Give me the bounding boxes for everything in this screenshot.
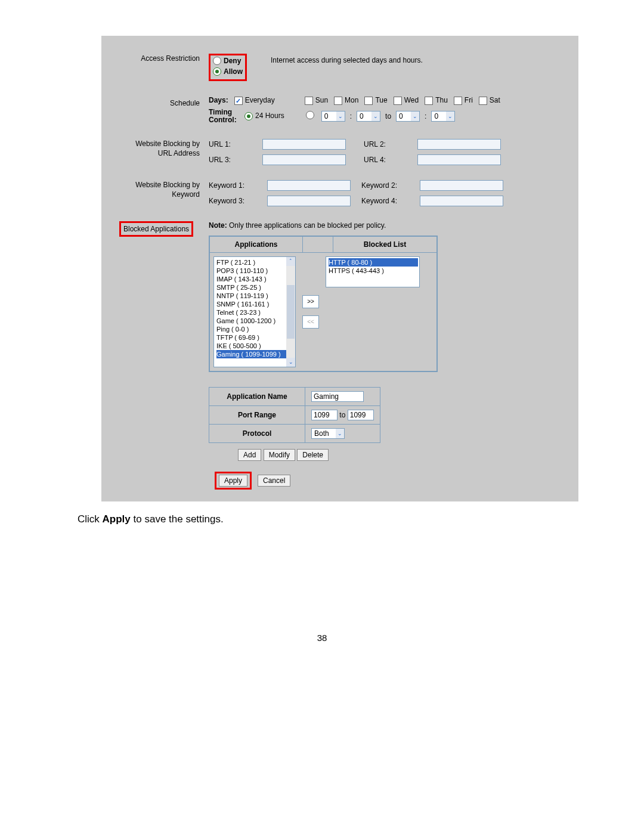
list-item[interactable]: Ping ( 0-0 ) bbox=[216, 325, 294, 333]
url4-label: URL 4: bbox=[364, 156, 400, 164]
list-item[interactable]: NNTP ( 119-119 ) bbox=[216, 292, 294, 300]
chevron-down-icon: ⌄ bbox=[446, 112, 454, 121]
access-restriction-label: Access Restriction bbox=[119, 54, 209, 81]
blocked-apps-section: Blocked Applications Note: Only three ap… bbox=[119, 221, 561, 461]
list-item[interactable]: SMTP ( 25-25 ) bbox=[216, 283, 294, 292]
checkbox-icon bbox=[234, 97, 243, 105]
blocked-list-header: Blocked List bbox=[333, 237, 436, 253]
timing-label: Timing Control: bbox=[209, 109, 240, 124]
allow-option[interactable]: Allow bbox=[213, 67, 243, 76]
schedule-label: Schedule bbox=[119, 96, 209, 124]
list-item[interactable]: SNMP ( 161-161 ) bbox=[216, 300, 294, 308]
list-item[interactable]: HTTP ( 80-80 ) bbox=[329, 258, 418, 267]
instruction-caption: Click Apply to save the settings. bbox=[78, 513, 644, 525]
move-left-button[interactable]: << bbox=[302, 315, 319, 329]
url2-input[interactable] bbox=[417, 139, 501, 150]
kw2-input[interactable] bbox=[420, 180, 503, 191]
day-sat[interactable]: Sat bbox=[479, 96, 500, 105]
add-button[interactable]: Add bbox=[238, 449, 261, 461]
scroll-up-icon[interactable]: ˄ bbox=[286, 257, 295, 266]
radio-icon bbox=[213, 67, 221, 76]
radio-icon bbox=[213, 57, 221, 65]
app-name-label: Application Name bbox=[209, 387, 305, 405]
from-hour-select[interactable]: 0⌄ bbox=[321, 111, 345, 122]
chevron-down-icon: ⌄ bbox=[411, 112, 419, 121]
list-item[interactable]: HTTPS ( 443-443 ) bbox=[329, 267, 418, 275]
modify-button[interactable]: Modify bbox=[264, 449, 295, 461]
port-to-input[interactable] bbox=[348, 410, 374, 420]
router-config-panel: Access Restriction Deny Allow Internet a… bbox=[101, 36, 578, 501]
list-item[interactable]: IMAP ( 143-143 ) bbox=[216, 275, 294, 283]
keyword-blocking-section: Website Blocking by Keyword Keyword 1: K… bbox=[119, 180, 561, 206]
url4-input[interactable] bbox=[417, 154, 501, 165]
port-from-input[interactable] bbox=[311, 410, 338, 420]
list-item[interactable]: Game ( 1000-1200 ) bbox=[216, 317, 294, 325]
blocked-apps-highlight: Blocked Applications bbox=[119, 221, 193, 237]
app-name-input[interactable] bbox=[311, 391, 364, 402]
day-sun[interactable]: Sun bbox=[305, 96, 328, 105]
apply-highlight: Apply bbox=[215, 472, 252, 490]
day-wed[interactable]: Wed bbox=[394, 96, 419, 105]
list-item[interactable]: IKE ( 500-500 ) bbox=[216, 342, 294, 350]
keyword-blocking-label: Website Blocking by Keyword bbox=[119, 180, 209, 206]
checkbox-icon bbox=[454, 97, 462, 105]
checkbox-icon bbox=[479, 97, 487, 105]
checkbox-icon bbox=[364, 97, 373, 105]
protocol-select[interactable]: Both⌄ bbox=[311, 428, 345, 439]
chevron-down-icon: ⌄ bbox=[336, 429, 344, 438]
chevron-down-icon: ⌄ bbox=[371, 112, 380, 121]
everyday-checkbox[interactable]: Everyday bbox=[234, 96, 275, 105]
url1-input[interactable] bbox=[262, 139, 346, 150]
url2-label: URL 2: bbox=[364, 140, 400, 148]
url1-label: URL 1: bbox=[209, 140, 244, 148]
access-restriction-help: Internet access during selected days and… bbox=[271, 56, 423, 64]
scroll-down-icon[interactable]: ⌄ bbox=[286, 358, 295, 367]
move-right-button[interactable]: >> bbox=[302, 295, 319, 308]
protocol-label: Protocol bbox=[209, 424, 305, 442]
list-item[interactable]: POP3 ( 110-110 ) bbox=[216, 267, 294, 275]
available-apps-listbox[interactable]: FTP ( 21-21 )POP3 ( 110-110 )IMAP ( 143-… bbox=[213, 256, 296, 367]
deny-option[interactable]: Deny bbox=[213, 57, 243, 65]
kw4-label: Keyword 4: bbox=[361, 197, 409, 205]
to-min-select[interactable]: 0⌄ bbox=[431, 111, 455, 122]
applications-header: Applications bbox=[210, 237, 303, 253]
checkbox-icon bbox=[334, 97, 342, 105]
list-item[interactable]: FTP ( 21-21 ) bbox=[216, 258, 294, 267]
kw3-label: Keyword 3: bbox=[209, 197, 256, 205]
checkbox-icon bbox=[425, 97, 433, 105]
from-min-select[interactable]: 0⌄ bbox=[357, 111, 380, 122]
kw4-input[interactable] bbox=[420, 196, 503, 206]
apply-button[interactable]: Apply bbox=[219, 475, 247, 487]
kw3-input[interactable] bbox=[267, 196, 351, 206]
list-item[interactable]: Telnet ( 23-23 ) bbox=[216, 308, 294, 317]
day-fri[interactable]: Fri bbox=[454, 96, 473, 105]
list-item[interactable]: Gaming ( 1099-1099 ) bbox=[216, 350, 294, 358]
scrollbar[interactable]: ˄ ⌄ bbox=[286, 257, 295, 367]
schedule-section: Schedule Days: Everyday Sun Mon Tue Wed … bbox=[119, 96, 561, 124]
page-number: 38 bbox=[0, 633, 644, 643]
day-tue[interactable]: Tue bbox=[364, 96, 387, 105]
delete-button[interactable]: Delete bbox=[297, 449, 329, 461]
scroll-thumb[interactable] bbox=[287, 285, 295, 339]
url3-input[interactable] bbox=[262, 154, 346, 165]
document-page: Access Restriction Deny Allow Internet a… bbox=[0, 0, 644, 679]
list-item[interactable]: TFTP ( 69-69 ) bbox=[216, 333, 294, 342]
day-thu[interactable]: Thu bbox=[425, 96, 448, 105]
radio-custom-time[interactable] bbox=[306, 111, 317, 121]
footer-buttons: Apply Cancel bbox=[215, 472, 561, 490]
port-range-label: Port Range bbox=[209, 405, 305, 424]
url3-label: URL 3: bbox=[209, 156, 244, 164]
radio-24-hours[interactable]: 24 Hours bbox=[244, 112, 284, 120]
deny-allow-highlight: Deny Allow bbox=[209, 54, 247, 81]
kw1-input[interactable] bbox=[267, 180, 351, 191]
chevron-down-icon: ⌄ bbox=[336, 112, 345, 121]
to-hour-select[interactable]: 0⌄ bbox=[396, 111, 420, 122]
url-blocking-section: Website Blocking by URL Address URL 1: U… bbox=[119, 139, 561, 165]
checkbox-icon bbox=[394, 97, 402, 105]
blocked-apps-listbox[interactable]: HTTP ( 80-80 )HTTPS ( 443-443 ) bbox=[326, 256, 420, 287]
access-restriction-section: Access Restriction Deny Allow Internet a… bbox=[119, 54, 561, 81]
kw2-label: Keyword 2: bbox=[361, 181, 409, 190]
days-label: Days: bbox=[209, 96, 228, 104]
day-mon[interactable]: Mon bbox=[334, 96, 358, 105]
cancel-button[interactable]: Cancel bbox=[258, 475, 290, 487]
